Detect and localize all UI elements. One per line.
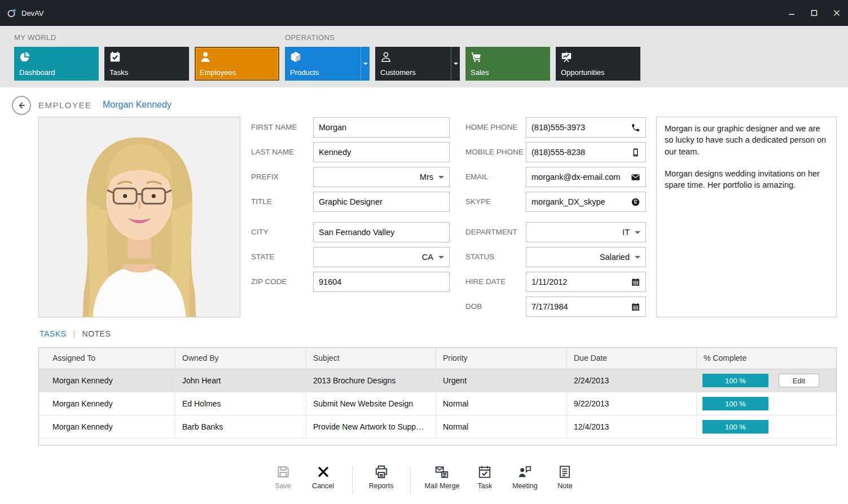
skype-input[interactable]: morgank_DX_skype	[526, 192, 646, 212]
chevron-down-icon[interactable]	[438, 176, 444, 179]
calendar-icon[interactable]	[631, 277, 640, 287]
prefix-select[interactable]: Mrs	[313, 167, 450, 187]
zip-code-label: ZIP CODE	[251, 272, 287, 292]
field-mobile-phone: MOBILE PHONE (818)555-8238	[465, 142, 646, 162]
note-icon	[557, 465, 572, 479]
back-button[interactable]	[12, 96, 31, 115]
cell-due-date: 12/4/2013	[567, 415, 697, 438]
column-header-percent-complete[interactable]: % Complete	[697, 348, 836, 369]
mail-merge-button[interactable]: Mail Merge	[421, 465, 463, 490]
hire-date-input[interactable]: 1/11/2012	[526, 272, 646, 292]
maximize-button[interactable]	[803, 0, 825, 26]
opportunities-icon	[560, 51, 573, 63]
mobile-phone-icon[interactable]	[631, 148, 640, 157]
cancel-label: Cancel	[312, 482, 334, 490]
grid-header-row: Assigned To Owned By Subject Priority Du…	[39, 348, 836, 369]
ribbon-tile-label: Customers	[380, 68, 416, 77]
back-arrow-icon	[16, 100, 27, 111]
task-label: Task	[478, 482, 493, 490]
employee-notes-field[interactable]: Morgan is our graphic designer and we ar…	[656, 117, 837, 317]
dob-value: 7/17/1984	[531, 302, 568, 311]
sales-icon	[470, 51, 482, 63]
ribbon-tile-products[interactable]: Products	[285, 47, 370, 81]
products-dropdown-arrow[interactable]	[361, 47, 370, 81]
cell-owned-by: John Heart	[175, 369, 306, 392]
ribbon-tile-opportunities[interactable]: Opportunities	[556, 47, 640, 81]
ribbon-tile-dashboard[interactable]: Dashboard	[14, 47, 99, 81]
note-label: Note	[557, 482, 572, 490]
email-icon[interactable]	[631, 173, 640, 182]
cancel-button[interactable]: Cancel	[305, 465, 341, 490]
dob-input[interactable]: 7/17/1984	[526, 297, 646, 317]
last-name-input[interactable]: Kennedy	[313, 142, 450, 162]
column-header-owned-by[interactable]: Owned By	[175, 348, 306, 369]
tab-separator: |	[73, 329, 75, 338]
meeting-label: Meeting	[512, 482, 537, 490]
field-dob: DOB 7/17/1984	[465, 297, 646, 317]
table-row[interactable]: Morgan Kennedy Ed Holmes Submit New Webs…	[39, 392, 836, 415]
column-header-subject[interactable]: Subject	[306, 348, 436, 369]
skype-icon[interactable]	[631, 197, 640, 207]
edit-button[interactable]: Edit	[779, 374, 819, 387]
cell-percent-complete: 100 %	[697, 392, 836, 415]
field-department: DEPARTMENT IT	[465, 222, 646, 242]
customers-dropdown-arrow[interactable]	[451, 47, 460, 81]
field-zip-code: ZIP CODE 91604	[251, 272, 450, 292]
calendar-icon[interactable]	[631, 302, 640, 312]
column-header-priority[interactable]: Priority	[436, 348, 567, 369]
chevron-down-icon[interactable]	[635, 256, 640, 259]
column-header-due-date[interactable]: Due Date	[567, 348, 697, 369]
progress-bar: 100 %	[702, 420, 768, 434]
close-button[interactable]	[825, 0, 848, 26]
ribbon-tile-label: Sales	[471, 68, 489, 77]
zip-code-input[interactable]: 91604	[313, 272, 450, 292]
cell-subject: Submit New Website Design	[306, 392, 436, 415]
note-button[interactable]: Note	[547, 465, 583, 490]
department-select[interactable]: IT	[526, 222, 646, 242]
tab-notes[interactable]: NOTES	[82, 329, 111, 338]
tab-tasks[interactable]: TASKS	[39, 329, 66, 338]
mobile-phone-label: MOBILE PHONE	[465, 142, 524, 162]
city-input[interactable]: San Fernando Valley	[313, 222, 450, 242]
table-row[interactable]: Morgan Kennedy Barb Banks Provide New Ar…	[39, 415, 836, 439]
table-row[interactable]: Morgan Kennedy John Heart 2013 Brochure …	[39, 369, 836, 392]
ribbon-tile-sales[interactable]: Sales	[465, 47, 550, 81]
cancel-icon	[316, 465, 331, 479]
meeting-button[interactable]: Meeting	[507, 465, 543, 490]
chevron-down-icon[interactable]	[438, 256, 444, 259]
status-select[interactable]: Salaried	[526, 247, 646, 267]
first-name-input[interactable]: Morgan	[313, 117, 450, 138]
ribbon-tile-customers[interactable]: Customers	[375, 47, 460, 81]
minimize-button[interactable]	[780, 0, 803, 26]
phone-icon[interactable]	[631, 123, 640, 132]
department-value: IT	[622, 228, 630, 237]
column-header-assigned-to[interactable]: Assigned To	[39, 348, 175, 369]
ribbon-group-operations: OPERATIONS	[285, 33, 335, 42]
progress-bar: 100 %	[702, 397, 768, 410]
title-input[interactable]: Graphic Designer	[313, 192, 450, 212]
reports-icon	[374, 465, 389, 479]
close-icon	[833, 10, 840, 16]
reports-button[interactable]: Reports	[363, 465, 399, 490]
field-status: STATUS Salaried	[465, 247, 646, 267]
progress-bar: 100 %	[702, 374, 768, 387]
ribbon-tile-tasks[interactable]: Tasks	[104, 47, 189, 81]
field-skype: SKYPE morgank_DX_skype	[465, 192, 646, 212]
ribbon-tile-employees[interactable]: Employees	[195, 47, 279, 81]
city-label: CITY	[251, 222, 269, 242]
cell-priority: Normal	[436, 415, 567, 438]
email-input[interactable]: morgank@dx-email.com	[526, 167, 646, 187]
chevron-down-icon[interactable]	[635, 231, 640, 234]
state-select[interactable]: CA	[313, 247, 450, 267]
title-label: TITLE	[251, 192, 272, 212]
save-button[interactable]: Save	[265, 465, 301, 490]
home-phone-input[interactable]: (818)555-3973	[526, 117, 646, 138]
city-value: San Fernando Valley	[319, 228, 394, 237]
task-button[interactable]: Task	[467, 465, 503, 490]
mobile-phone-input[interactable]: (818)555-8238	[526, 142, 646, 162]
cell-subject: 2013 Brochure Designs	[306, 369, 436, 392]
email-value: morgank@dx-email.com	[531, 173, 620, 182]
zip-code-value: 91604	[319, 277, 341, 286]
ribbon: MY WORLD OPERATIONS Dashboard Tasks Empl…	[0, 26, 848, 87]
home-phone-value: (818)555-3973	[531, 123, 585, 132]
